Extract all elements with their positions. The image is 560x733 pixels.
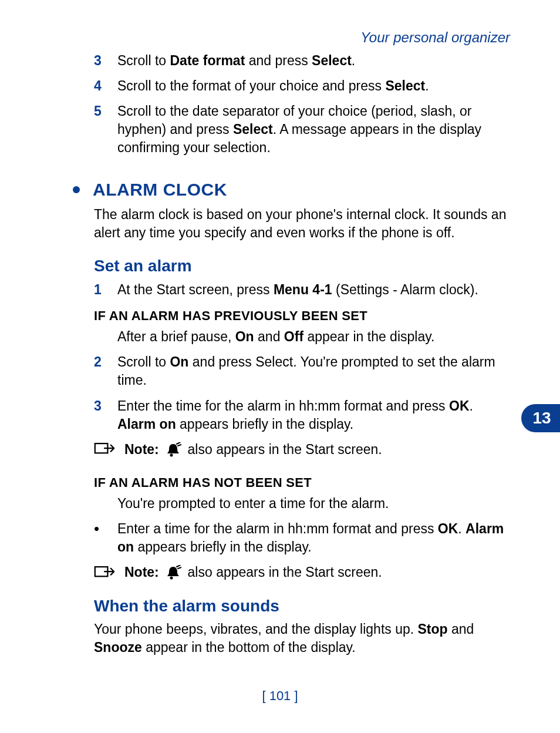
step-number: 1 — [94, 281, 117, 299]
running-header: Your personal organizer — [0, 28, 510, 47]
alarm-icon — [165, 565, 181, 580]
not-set-bullet: • Enter a time for the alarm in hh:mm fo… — [94, 520, 510, 556]
step-text: At the Start screen, press Menu 4-1 (Set… — [117, 281, 510, 299]
alarm-sounds-body: Your phone beeps, vibrates, and the disp… — [94, 620, 510, 657]
subheading-set-alarm: Set an alarm — [94, 255, 510, 277]
section-intro: The alarm clock is based on your phone's… — [94, 206, 510, 242]
svg-point-3 — [170, 577, 173, 580]
section-title: ALARM CLOCK — [93, 178, 227, 202]
note-text: Note: also appears in the Start screen. — [124, 441, 510, 459]
note-icon — [94, 441, 115, 458]
step-number: 3 — [94, 52, 117, 70]
note-1: Note: also appears in the Start screen. — [94, 441, 510, 459]
step-text: Enter the time for the alarm in hh:mm fo… — [117, 397, 510, 433]
step-text: Scroll to On and press Select. You're pr… — [117, 353, 510, 389]
step-number: 5 — [94, 102, 117, 157]
subhead-prev-set: IF AN ALARM HAS PREVIOUSLY BEEN SET — [94, 307, 510, 325]
note-text: Note: also appears in the Start screen. — [124, 563, 510, 581]
bullet-icon: • — [94, 520, 117, 556]
step-number: 4 — [94, 77, 117, 95]
bullet-icon — [73, 186, 80, 193]
step-text: Scroll to the format of your choice and … — [117, 77, 510, 95]
bullet-text: Enter a time for the alarm in hh:mm form… — [117, 520, 510, 556]
step-text: Scroll to Date format and press Select. — [117, 52, 510, 70]
not-set-body: You're prompted to enter a time for the … — [117, 495, 510, 513]
svg-point-1 — [170, 453, 173, 456]
step-text: Scroll to the date separator of your cho… — [117, 102, 510, 157]
chapter-tab: 13 — [521, 404, 560, 432]
subheading-alarm-sounds: When the alarm sounds — [94, 595, 510, 617]
step-number: 3 — [94, 397, 117, 433]
note-icon — [94, 564, 115, 581]
note-2: Note: also appears in the Start screen. — [94, 563, 510, 581]
set-step-2: 2 Scroll to On and press Select. You're … — [94, 353, 510, 389]
page-content: 3 Scroll to Date format and press Select… — [94, 52, 510, 664]
section-heading: ALARM CLOCK — [73, 178, 510, 202]
alarm-icon — [165, 442, 181, 458]
set-step-3: 3 Enter the time for the alarm in hh:mm … — [94, 397, 510, 433]
step-4: 4 Scroll to the format of your choice an… — [94, 77, 510, 95]
step-3: 3 Scroll to Date format and press Select… — [94, 52, 510, 70]
step-number: 2 — [94, 353, 117, 389]
prev-set-body: After a brief pause, On and Off appear i… — [117, 328, 510, 346]
set-step-1: 1 At the Start screen, press Menu 4-1 (S… — [94, 281, 510, 299]
page-number: [ 101 ] — [0, 687, 560, 705]
subhead-not-set: IF AN ALARM HAS NOT BEEN SET — [94, 474, 510, 492]
step-5: 5 Scroll to the date separator of your c… — [94, 102, 510, 157]
